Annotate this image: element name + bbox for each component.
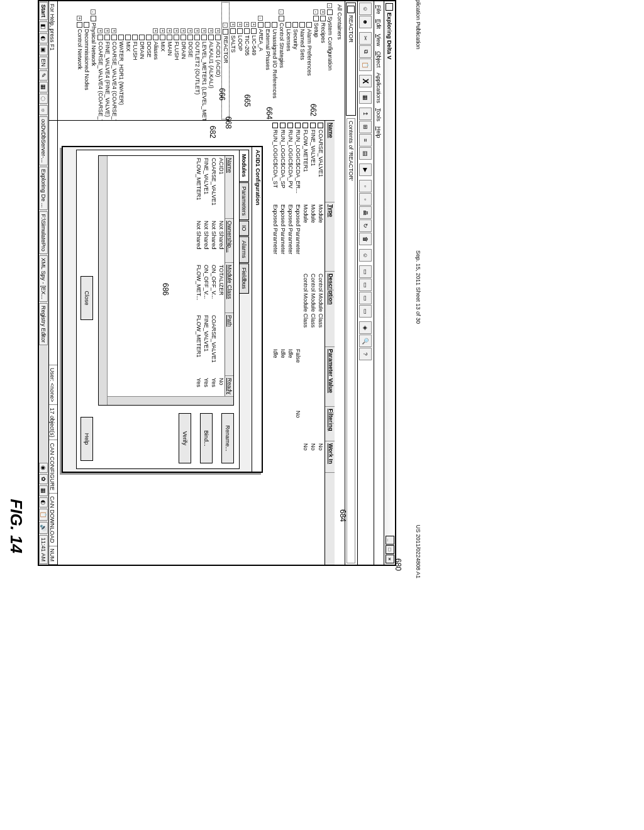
start-button[interactable]: Start: [40, 2, 48, 20]
dcol-ready[interactable]: Ready: [225, 376, 233, 398]
properties-icon[interactable]: ▦: [360, 91, 372, 104]
book-icon[interactable]: ◈: [360, 321, 372, 334]
dialog-help-button[interactable]: Help: [80, 417, 93, 461]
run-icon[interactable]: ▶: [360, 163, 372, 176]
close-window-button[interactable]: ×: [386, 555, 394, 563]
tree-node[interactable]: +FINE_VALVE4 (FINE_VALVE): [104, 2, 111, 119]
menu-view[interactable]: View: [375, 32, 383, 48]
trash-icon[interactable]: 🗑: [360, 233, 372, 245]
taskbar-item[interactable]: XML Spy - [EX...: [40, 255, 48, 302]
list-row[interactable]: RUN_LOGIC$CDA_PVExposed ParameterIdle: [287, 121, 294, 565]
help-icon[interactable]: ?: [360, 348, 372, 360]
task-icon-5[interactable]: ▦: [40, 82, 48, 92]
search-icon[interactable]: 🔍: [360, 335, 372, 347]
nav-dropdown[interactable]: REACTOR: [347, 3, 357, 116]
col-pval[interactable]: Parameter Value: [325, 347, 335, 407]
dialog-row[interactable]: FLOW_METER1Not SharedFLOW_MET...FLOW_MET…: [194, 156, 202, 405]
tree-node[interactable]: -Setup: [313, 2, 319, 119]
tree-node[interactable]: +SALTS: [230, 2, 236, 119]
col-desc[interactable]: Description: [325, 272, 335, 347]
verify-button[interactable]: Verify: [179, 413, 191, 463]
tree-node[interactable]: DOSE: [145, 2, 152, 119]
print-icon[interactable]: 🖶: [360, 206, 372, 219]
maximize-button[interactable]: □: [386, 545, 394, 554]
doc2-icon[interactable]: ▫: [360, 193, 372, 206]
tree-node[interactable]: -REACTOR: [221, 2, 230, 119]
menu-object[interactable]: Object: [375, 49, 383, 69]
tree-node[interactable]: -System Configuration: [326, 2, 333, 119]
close-button[interactable]: Close: [80, 276, 93, 320]
tree-node[interactable]: -AREA_A: [257, 2, 264, 119]
tree-node[interactable]: +DOSE: [187, 2, 194, 119]
tree-node[interactable]: Named Sets: [299, 2, 306, 119]
tree-node[interactable]: +Control Network: [76, 2, 83, 119]
tree-node[interactable]: +LEVEL_METER1 (LEVEL_METER): [201, 2, 208, 119]
tree-node[interactable]: Decommissioned Nodes: [83, 2, 90, 119]
list-row[interactable]: RUN_LOGIC$CDA_ER...Exposed ParameterFals…: [294, 121, 302, 565]
tree-node[interactable]: Licenses: [285, 2, 292, 119]
col-type[interactable]: Type: [325, 202, 335, 272]
up-icon[interactable]: ↥: [360, 108, 372, 120]
dialog-scrollbar-v[interactable]: [99, 396, 233, 405]
list-row[interactable]: COARSE_VALVE1ModuleControl Module ClassN…: [317, 121, 325, 565]
menu-help[interactable]: Help: [375, 124, 383, 140]
menu-tools[interactable]: Tools: [375, 106, 383, 123]
tree-node[interactable]: +COARSE_VALVE4 (COARSE_V: [111, 2, 118, 119]
tree-icon[interactable]: ⊞: [360, 121, 372, 133]
col-name[interactable]: Name: [325, 121, 335, 202]
tree-node[interactable]: External Phases: [264, 2, 271, 119]
tab-alarms[interactable]: Alarms: [240, 236, 249, 263]
refresh-icon[interactable]: ↻: [360, 219, 372, 232]
rename-button[interactable]: Rename...: [221, 413, 234, 463]
tab-modules[interactable]: Modules: [240, 150, 249, 182]
tool-user2-icon[interactable]: ☻: [360, 16, 372, 28]
task-lang[interactable]: EN: [40, 57, 48, 70]
tree-node[interactable]: Alarm Preferences: [306, 2, 313, 119]
minimize-button[interactable]: _: [386, 536, 394, 545]
tree-node[interactable]: +MAIN: [166, 2, 173, 119]
tray-icon-6[interactable]: 🔊: [40, 522, 48, 534]
tree-node[interactable]: +Aliases: [152, 2, 159, 119]
paste-icon[interactable]: 📋: [360, 58, 372, 71]
tree-node[interactable]: MIX: [125, 2, 131, 119]
tree-node[interactable]: +MIX: [159, 2, 166, 119]
tree-node[interactable]: WATER_HDR1 (WATER): [118, 2, 125, 119]
task-icon-1[interactable]: ◧: [40, 21, 48, 32]
monitor2-icon[interactable]: ▭: [360, 279, 372, 291]
taskbar-item[interactable]: Exploring De ...: [40, 167, 48, 211]
list-icon[interactable]: ≡: [360, 134, 372, 147]
list-row[interactable]: FLOW_METER1ModuleControl Module ClassNo: [302, 121, 309, 565]
tree-pane[interactable]: -System Configuration+Recipes-SetupAlarm…: [39, 1, 335, 121]
dialog-scrollbar-h[interactable]: [99, 156, 108, 405]
tray-icon-1[interactable]: ◉: [40, 463, 48, 473]
copy-icon[interactable]: ⧉: [360, 45, 372, 58]
doc1-icon[interactable]: ▫: [360, 180, 372, 192]
taskbar-item[interactable]: Registry Editor: [40, 303, 48, 345]
user-group-icon[interactable]: ☺: [360, 249, 372, 262]
tool-user-icon[interactable]: ☺: [360, 3, 372, 15]
task-icon-3[interactable]: ▣: [40, 45, 48, 55]
taskbar-item[interactable]: ooDvDbServer-...: [40, 116, 48, 165]
task-icon-2[interactable]: ◐: [40, 33, 48, 43]
dialog-row[interactable]: ACID1Not SharedTOTALIZERNo: [217, 156, 225, 405]
list-row[interactable]: FINE_VALVE1ModuleControl Module ClassNo: [309, 121, 317, 565]
monitor4-icon[interactable]: ▭: [360, 305, 372, 318]
tray-icon-5[interactable]: 📋: [40, 509, 48, 521]
tree-node[interactable]: +ACID1 (ACID): [214, 2, 221, 119]
task-icon-7[interactable]: ☼: [40, 105, 48, 115]
tray-icon-3[interactable]: ▦: [40, 485, 48, 496]
dcol-mclass[interactable]: Module Class: [225, 263, 233, 313]
bind-button[interactable]: Bind...: [200, 413, 213, 463]
menu-file[interactable]: File: [375, 3, 383, 16]
dcol-path[interactable]: Path: [225, 313, 233, 376]
list-row[interactable]: RUN_LOGIC$CDA_SPExposed ParameterIdle: [279, 121, 287, 565]
tree-node[interactable]: +ALKALI1 (ALKALI): [208, 2, 214, 119]
tree-node[interactable]: +Recipes: [319, 2, 326, 119]
taskbar-item[interactable]: F:\SimulatePro: [40, 211, 48, 254]
tree-node[interactable]: FLUSH: [131, 2, 138, 119]
menu-applications[interactable]: Applications: [375, 70, 383, 105]
tree-node[interactable]: +OUTLET2 (OUTLET): [194, 2, 201, 119]
tab-fieldbus[interactable]: Fieldbus: [240, 263, 249, 294]
task-icon-4[interactable]: ✎: [40, 70, 48, 80]
tree-node[interactable]: Security: [292, 2, 299, 119]
